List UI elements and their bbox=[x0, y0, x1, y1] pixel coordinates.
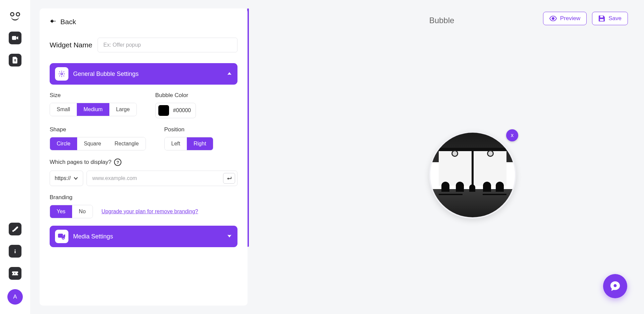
size-label: Size bbox=[50, 92, 137, 99]
bubble-color-field: Bubble Color #00000 bbox=[155, 92, 196, 118]
size-medium[interactable]: Medium bbox=[77, 103, 109, 116]
chat-icon bbox=[609, 280, 621, 292]
branding-label: Branding bbox=[50, 194, 72, 200]
bubble-image bbox=[430, 133, 515, 217]
media-settings-title: Media Settings bbox=[73, 233, 222, 240]
sidebar: A bbox=[0, 0, 30, 314]
svg-rect-3 bbox=[15, 251, 16, 253]
svg-point-6 bbox=[61, 73, 63, 75]
general-settings-title: General Bubble Settings bbox=[73, 71, 222, 78]
file-upload-icon bbox=[12, 57, 18, 63]
size-small[interactable]: Small bbox=[50, 103, 77, 116]
back-label: Back bbox=[60, 18, 76, 26]
media-settings-header[interactable]: Media Settings bbox=[50, 226, 237, 247]
bubble-preview: x bbox=[429, 131, 516, 219]
shape-rectangle[interactable]: Rectangle bbox=[108, 137, 145, 150]
nav-upload[interactable] bbox=[9, 54, 21, 66]
shape-circle[interactable]: Circle bbox=[50, 137, 77, 150]
widget-name-input[interactable] bbox=[98, 38, 237, 52]
svg-rect-0 bbox=[12, 36, 16, 40]
eye-icon bbox=[549, 16, 557, 21]
close-icon: x bbox=[511, 132, 514, 138]
svg-point-9 bbox=[552, 17, 554, 19]
bubble-circle[interactable] bbox=[429, 131, 516, 219]
preview-panel: Bubble Preview Save bbox=[249, 8, 635, 306]
branding-no[interactable]: No bbox=[72, 205, 92, 218]
chat-fab[interactable] bbox=[603, 274, 627, 298]
app-logo[interactable] bbox=[9, 10, 21, 22]
widget-name-row: Widget Name bbox=[50, 38, 237, 52]
shape-label: Shape bbox=[50, 126, 146, 133]
color-picker[interactable]: #00000 bbox=[155, 103, 196, 118]
shape-square[interactable]: Square bbox=[77, 137, 108, 150]
video-icon bbox=[12, 35, 18, 41]
protocol-value: https:// bbox=[55, 175, 71, 181]
pages-label: Which pages to display? bbox=[50, 159, 111, 166]
svg-rect-10 bbox=[600, 19, 604, 21]
color-swatch bbox=[158, 105, 169, 116]
settings-panel: Back Widget Name General Bubble Settings… bbox=[40, 8, 248, 306]
save-button-label: Save bbox=[608, 15, 622, 22]
brush-icon bbox=[12, 226, 18, 232]
color-value: #00000 bbox=[173, 107, 191, 114]
nav-info[interactable] bbox=[9, 245, 21, 258]
svg-rect-11 bbox=[600, 16, 603, 17]
avatar-letter: A bbox=[13, 294, 17, 300]
chevron-down-icon bbox=[73, 177, 78, 180]
gear-icon bbox=[55, 67, 68, 81]
url-submit-button[interactable] bbox=[223, 173, 235, 184]
widget-name-label: Widget Name bbox=[50, 41, 92, 49]
preview-title: Bubble bbox=[429, 16, 454, 25]
info-icon bbox=[12, 248, 18, 254]
branding-yes[interactable]: Yes bbox=[50, 205, 72, 218]
size-large[interactable]: Large bbox=[109, 103, 137, 116]
nav-ticket[interactable] bbox=[9, 267, 21, 280]
save-button[interactable]: Save bbox=[592, 12, 628, 25]
position-label: Position bbox=[164, 126, 213, 133]
size-field: Size Small Medium Large bbox=[50, 92, 137, 118]
general-settings-header[interactable]: General Bubble Settings bbox=[50, 63, 237, 85]
url-input[interactable] bbox=[87, 171, 221, 186]
svg-point-8 bbox=[62, 236, 65, 239]
bubble-color-label: Bubble Color bbox=[155, 92, 196, 99]
help-icon[interactable]: ? bbox=[114, 159, 121, 166]
save-icon bbox=[598, 15, 605, 22]
chevron-up-icon bbox=[227, 72, 232, 77]
svg-point-1 bbox=[12, 230, 14, 232]
bubble-close-button[interactable]: x bbox=[506, 129, 518, 141]
svg-rect-5 bbox=[55, 21, 56, 22]
nav-design[interactable] bbox=[9, 223, 21, 235]
nav-video[interactable] bbox=[9, 32, 21, 44]
protocol-select[interactable]: https:// bbox=[50, 171, 83, 186]
user-avatar[interactable]: A bbox=[7, 289, 23, 305]
back-button[interactable]: Back bbox=[50, 18, 237, 26]
enter-icon bbox=[226, 176, 232, 181]
branding-field: Branding Yes No Upgrade your plan for re… bbox=[50, 194, 237, 218]
preview-button[interactable]: Preview bbox=[543, 12, 587, 25]
media-icon bbox=[55, 230, 68, 243]
shape-field: Shape Circle Square Rectangle bbox=[50, 126, 146, 150]
position-right[interactable]: Right bbox=[187, 137, 213, 150]
chevron-down-icon bbox=[227, 234, 232, 239]
ticket-icon bbox=[12, 271, 18, 276]
svg-point-12 bbox=[613, 284, 616, 287]
svg-rect-4 bbox=[54, 21, 55, 22]
preview-button-label: Preview bbox=[560, 15, 580, 22]
upgrade-link[interactable]: Upgrade your plan for remove branding? bbox=[102, 209, 198, 215]
arrow-left-icon bbox=[50, 18, 56, 25]
main-area: Back Widget Name General Bubble Settings… bbox=[30, 0, 644, 314]
pages-field: Which pages to display? ? https:// bbox=[50, 159, 237, 186]
svg-point-2 bbox=[15, 250, 16, 251]
position-left[interactable]: Left bbox=[165, 137, 187, 150]
position-field: Position Left Right bbox=[164, 126, 213, 150]
